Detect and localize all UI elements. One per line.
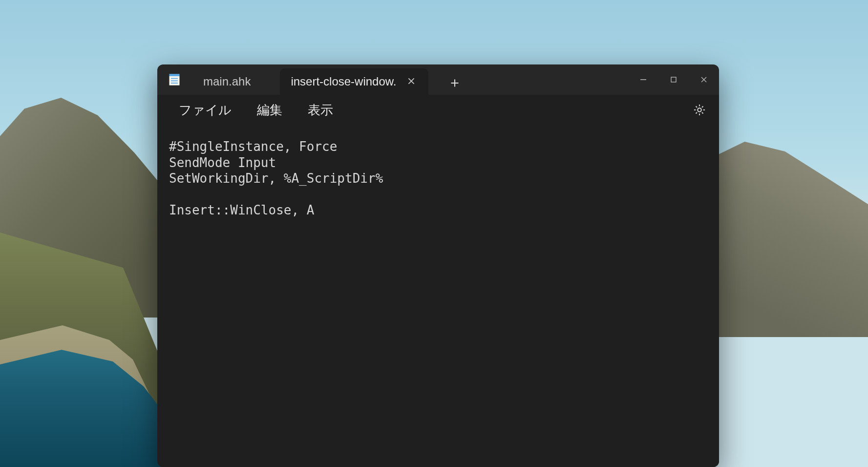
editor-area: #SingleInstance, Force SendMode Input Se… bbox=[157, 125, 719, 467]
close-window-button[interactable] bbox=[689, 68, 719, 91]
code-editor[interactable]: #SingleInstance, Force SendMode Input Se… bbox=[169, 139, 707, 218]
svg-point-7 bbox=[698, 108, 701, 111]
tab-label: insert-close-window. bbox=[291, 75, 396, 88]
settings-button[interactable] bbox=[689, 99, 710, 121]
notepad-window: main.ahk insert-close-window. bbox=[157, 64, 719, 467]
new-tab-button[interactable] bbox=[443, 71, 466, 95]
menu-view[interactable]: 表示 bbox=[295, 98, 346, 123]
svg-rect-6 bbox=[671, 77, 676, 82]
tab-insert-close-window[interactable]: insert-close-window. bbox=[280, 68, 428, 95]
close-tab-icon[interactable] bbox=[405, 75, 418, 89]
window-controls bbox=[628, 68, 719, 91]
tab-main-ahk[interactable]: main.ahk bbox=[189, 68, 280, 95]
menu-file[interactable]: ファイル bbox=[166, 98, 244, 123]
tab-label: main.ahk bbox=[203, 75, 251, 88]
maximize-button[interactable] bbox=[658, 68, 689, 91]
minimize-button[interactable] bbox=[628, 68, 658, 91]
menu-edit[interactable]: 編集 bbox=[244, 98, 295, 123]
menubar: ファイル 編集 表示 bbox=[157, 95, 719, 125]
notepad-app-icon bbox=[167, 72, 182, 87]
titlebar[interactable]: main.ahk insert-close-window. bbox=[157, 64, 719, 95]
tab-strip: main.ahk insert-close-window. bbox=[189, 64, 628, 95]
svg-rect-0 bbox=[169, 74, 180, 76]
